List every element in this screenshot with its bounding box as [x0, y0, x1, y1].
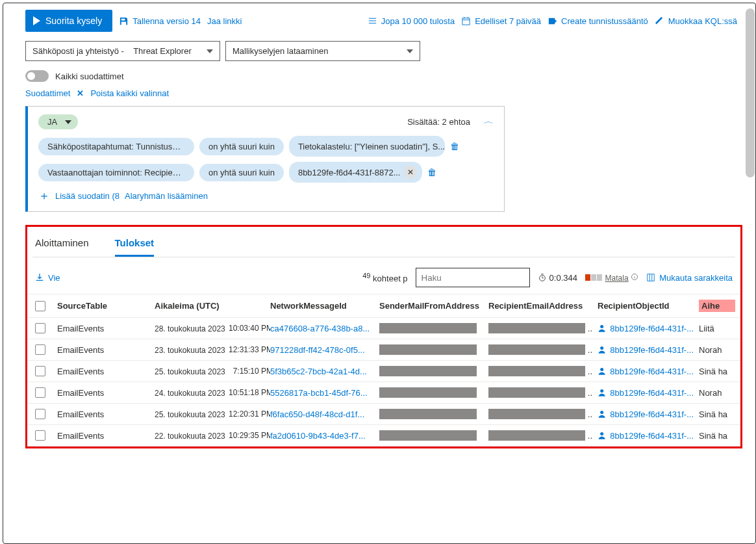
row-checkbox[interactable]: [35, 344, 45, 355]
result-limit-link[interactable]: Jopa 10 000 tulosta: [368, 16, 455, 26]
delete-filter-button[interactable]: 🗑: [427, 167, 436, 177]
cell-roid[interactable]: 8bb129fe-f6d4-431f-...: [598, 324, 699, 333]
cell-source: EmailEvents: [57, 388, 155, 398]
cell-nmid[interactable]: 5526817a-bcb1-45df-76...: [270, 388, 379, 398]
cell-nmid[interactable]: 5f3b65c2-7bcb-42a1-4d...: [270, 367, 379, 376]
share-link[interactable]: Jaa linkki: [207, 16, 242, 26]
row-checkbox[interactable]: [35, 409, 45, 419]
columns-icon: [646, 273, 655, 282]
filter-field-pill[interactable]: Sähköpostitapahtumat: Tunnistusmenetelmä…: [38, 138, 194, 155]
download-icon: [35, 273, 44, 282]
cell-roid[interactable]: 8bb129fe-f6d4-431f-...: [598, 388, 699, 398]
cell-sender: [379, 409, 488, 419]
edit-kql-link[interactable]: Muokkaa KQL:ssä: [655, 16, 737, 26]
add-filter-link[interactable]: Lisää suodatin (8: [55, 191, 120, 201]
clear-all-link[interactable]: Poista kaikki valinnat: [90, 88, 169, 98]
filter-field-pill[interactable]: Vastaanottajan toiminnot: RecipientObj..…: [38, 164, 194, 181]
scrollbar[interactable]: [746, 8, 755, 177]
cell-subject: Liitä: [699, 324, 735, 333]
table-row[interactable]: EmailEvents 28. toukokuuta 202310:03:40 …: [27, 318, 740, 339]
person-icon: [598, 324, 606, 333]
remove-value-button[interactable]: ✕: [404, 166, 417, 179]
cell-nmid[interactable]: ca476608-a776-438b-a8...: [270, 324, 379, 333]
cell-nmid[interactable]: fa2d0610-9b43-4de3-f7...: [270, 431, 379, 441]
result-count: 49 kohteet p: [362, 272, 407, 283]
close-icon[interactable]: ✕: [77, 88, 84, 98]
col-networkmessageid[interactable]: NetworkMessageId: [270, 301, 379, 311]
cell-recipient: ..: [488, 323, 598, 333]
cell-subject: Sinä ha: [699, 409, 735, 419]
cell-source: EmailEvents: [57, 367, 155, 376]
select-all-checkbox[interactable]: [35, 301, 45, 311]
row-checkbox[interactable]: [35, 323, 45, 333]
cell-recipient: ..: [488, 366, 598, 376]
table-row[interactable]: EmailEvents 25. toukokuuta 20237:15:10 P…: [27, 361, 740, 382]
filter-group: JA Sisältää: 2 ehtoa ︿ Sähköpostitapahtu…: [25, 106, 505, 212]
list-icon: [368, 16, 377, 26]
filter-op-pill[interactable]: on yhtä suuri kuin: [199, 164, 284, 181]
cell-sender: [379, 387, 488, 398]
col-sourcetable[interactable]: SourceTable: [57, 301, 155, 311]
query-time: 0:0.344: [538, 273, 577, 283]
svg-point-8: [600, 432, 603, 435]
filter-op-pill[interactable]: on yhtä suuri kuin: [199, 138, 284, 155]
cell-subject: Sinä ha: [699, 367, 735, 376]
cell-recipient: ..: [488, 430, 598, 441]
export-button[interactable]: Vie: [35, 273, 60, 283]
cell-sender: [379, 344, 488, 355]
run-query-button[interactable]: Suorita kysely: [25, 10, 112, 32]
cell-source: EmailEvents: [57, 324, 155, 333]
source-selector[interactable]: Sähköposti ja yhteistyö - Threat Explore…: [25, 41, 220, 61]
table-row[interactable]: EmailEvents 25. toukokuuta 202312:20:31 …: [27, 404, 740, 425]
svg-point-3: [600, 325, 603, 328]
and-operator-pill[interactable]: JA: [38, 114, 78, 129]
toggle-label: Kaikki suodattimet: [55, 71, 124, 81]
tab-getting-started[interactable]: Aloittaminen: [35, 233, 89, 257]
filter-value-pill[interactable]: 8bb129fe-f6d4-431f-8872...✕: [289, 162, 423, 183]
contains-label: Sisältää: 2 ehtoa: [407, 117, 470, 127]
cell-roid[interactable]: 8bb129fe-f6d4-431f-...: [598, 367, 699, 376]
col-timestamp[interactable]: Aikaleima (UTC): [155, 301, 270, 311]
row-checkbox[interactable]: [35, 387, 45, 398]
cell-sender: [379, 323, 488, 333]
table-row[interactable]: EmailEvents 23. toukokuuta 202312:31:33 …: [27, 339, 740, 361]
cell-sender: [379, 366, 488, 376]
person-icon: [598, 409, 606, 419]
cell-source: EmailEvents: [57, 431, 155, 441]
cell-timestamp: 24. toukokuuta 202310:51:18 PM: [155, 388, 270, 398]
cell-timestamp: 25. toukokuuta 202312:20:31 PM: [155, 409, 270, 419]
col-recipient[interactable]: RecipientEmailAddress: [488, 301, 598, 311]
row-checkbox[interactable]: [35, 430, 45, 441]
cell-recipient: ..: [488, 344, 598, 355]
cell-roid[interactable]: 8bb129fe-f6d4-431f-...: [598, 431, 699, 441]
add-subgroup-link[interactable]: Alaryhmän lisääminen: [125, 191, 208, 201]
person-icon: [598, 431, 606, 440]
svg-point-4: [600, 346, 603, 350]
cell-nmid[interactable]: 971228df-ff42-478c-0f5...: [270, 345, 379, 355]
col-subject[interactable]: Aihe: [699, 300, 735, 312]
cell-subject: Norah: [699, 388, 735, 398]
col-sender[interactable]: SenderMailFromAddress: [379, 301, 488, 311]
plus-icon: ＋: [38, 188, 50, 203]
delete-filter-button[interactable]: 🗑: [450, 141, 459, 151]
filters-link[interactable]: Suodattimet: [25, 88, 70, 98]
date-range-link[interactable]: Edelliset 7 päivää: [461, 16, 541, 26]
search-input[interactable]: [416, 268, 530, 287]
cell-roid[interactable]: 8bb129fe-f6d4-431f-...: [598, 345, 699, 355]
customize-columns-link[interactable]: Mukauta sarakkeita: [646, 273, 733, 283]
create-detection-link[interactable]: Create tunnistussääntö: [548, 16, 648, 26]
cell-nmid[interactable]: f6fac650-d48f-48cd-d1f...: [270, 409, 379, 419]
chevron-up-icon[interactable]: ︿: [483, 118, 494, 126]
tab-results[interactable]: Tulokset: [115, 233, 155, 257]
table-row[interactable]: EmailEvents 22. toukokuuta 202310:29:35 …: [27, 425, 740, 447]
row-checkbox[interactable]: [35, 366, 45, 376]
template-selector[interactable]: Mallikyselyjen lataaminen: [225, 41, 420, 61]
save-version-link[interactable]: Tallenna versio 14: [119, 16, 201, 26]
filter-value-pill[interactable]: Tietokalastelu: ["Yleinen suodatin"], S.…: [289, 136, 445, 157]
cell-sender: [379, 430, 488, 441]
col-recipientobjectid[interactable]: RecipientObjectId: [598, 301, 699, 311]
table-row[interactable]: EmailEvents 24. toukokuuta 202310:51:18 …: [27, 382, 740, 404]
save-icon: [119, 16, 129, 26]
cell-roid[interactable]: 8bb129fe-f6d4-431f-...: [598, 409, 699, 419]
all-filters-toggle[interactable]: [25, 70, 49, 82]
